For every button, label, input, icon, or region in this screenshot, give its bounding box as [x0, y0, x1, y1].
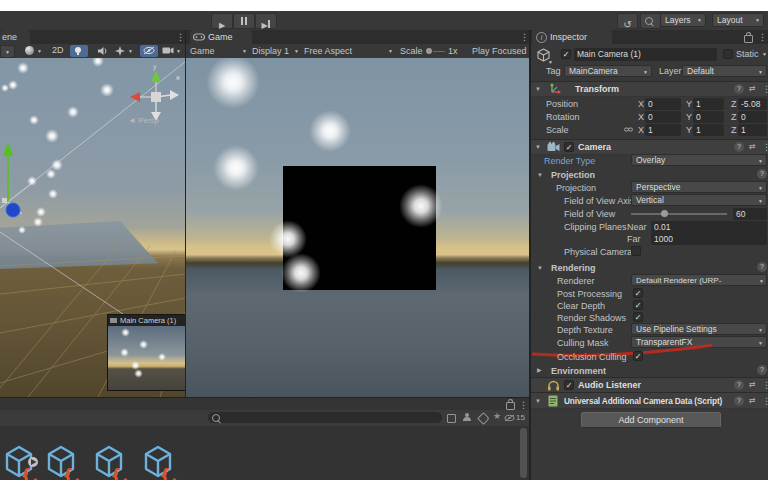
fov-slider-handle[interactable]: [661, 210, 668, 217]
search-by-label-icon[interactable]: [477, 412, 490, 425]
uacd-header[interactable]: ▼ Universal Additional Camera Data (Scri…: [531, 392, 768, 409]
display-dropdown[interactable]: Display 1: [252, 46, 289, 56]
search-window-icon[interactable]: [447, 414, 456, 423]
game-mode-dropdown[interactable]: Game: [190, 46, 215, 56]
foldout-icon[interactable]: ▼: [537, 265, 543, 271]
game-viewport[interactable]: [186, 58, 530, 397]
hidden-packages-eye-icon[interactable]: [504, 414, 515, 422]
audio-toggle-icon[interactable]: [97, 46, 109, 56]
post-processing-checkbox[interactable]: ✓: [633, 288, 643, 298]
foldout-icon[interactable]: ▼: [537, 172, 543, 178]
chevron-down-icon[interactable]: ▼: [242, 49, 247, 54]
occlusion-culling-checkbox[interactable]: ✓: [633, 351, 643, 361]
play-button[interactable]: ▶: [211, 13, 233, 29]
static-dropdown-caret[interactable]: ▼: [762, 52, 767, 57]
help-icon[interactable]: ?: [757, 262, 767, 272]
render-shadows-checkbox[interactable]: ✓: [633, 312, 643, 322]
scale-z-field[interactable]: 1: [738, 124, 767, 136]
project-content[interactable]: {..} {..} {..}: [0, 426, 530, 480]
physical-camera-checkbox[interactable]: [631, 246, 641, 256]
help-icon[interactable]: ?: [734, 380, 744, 390]
scene-camera-dropdown[interactable]: ▼: [162, 45, 184, 57]
chevron-down-icon[interactable]: ▼: [294, 49, 299, 54]
tab-inspector[interactable]: i Inspector: [532, 30, 612, 44]
add-component-button[interactable]: Add Component: [581, 412, 721, 428]
kebab-icon[interactable]: ⋮: [762, 381, 768, 390]
fov-value-field[interactable]: 60: [733, 208, 767, 220]
scale-x-field[interactable]: 1: [645, 124, 681, 136]
asset-icon-prefab-script[interactable]: {..}: [44, 442, 82, 480]
position-z-field[interactable]: -5.08: [738, 98, 767, 110]
renderer-dropdown[interactable]: Default Renderer (URP-HighFidelit ▼: [631, 274, 767, 286]
divider[interactable]: [185, 30, 186, 397]
toggle-2d-button[interactable]: 2D: [52, 45, 64, 55]
depth-texture-dropdown[interactable]: Use Pipeline Settings ▼: [631, 323, 767, 335]
layers-dropdown[interactable]: Layers ▼: [660, 13, 706, 27]
help-icon[interactable]: ?: [734, 142, 744, 152]
kebab-icon[interactable]: ⋮: [762, 397, 768, 406]
move-gizmo[interactable]: [0, 140, 30, 230]
inspector-kebab-icon[interactable]: ⋮: [758, 33, 766, 42]
transform-header[interactable]: ▼ Transform ? ⇄ ⋮: [531, 81, 768, 97]
help-icon[interactable]: ?: [757, 365, 767, 375]
project-scrollbar[interactable]: [520, 428, 527, 478]
asset-icon-prefab-script[interactable]: {..}: [141, 442, 179, 480]
scale-slider-handle[interactable]: [426, 48, 432, 54]
foldout-icon[interactable]: ▼: [535, 144, 541, 150]
project-lock-icon[interactable]: [506, 402, 515, 410]
preset-icon[interactable]: ⇄: [749, 397, 756, 405]
game-panel-kebab-icon[interactable]: ⋮: [520, 33, 528, 42]
scene-viewport[interactable]: y ◄ Persp Main Camera (1): [0, 58, 185, 397]
undo-history-button[interactable]: ↺: [617, 13, 638, 29]
foldout-icon[interactable]: ▼: [535, 86, 541, 92]
layer-dropdown[interactable]: Default ▼: [682, 65, 767, 77]
render-type-dropdown[interactable]: Overlay ▼: [631, 154, 767, 166]
save-search-star-icon[interactable]: ★: [493, 411, 501, 421]
help-icon[interactable]: ?: [757, 169, 767, 179]
preset-icon[interactable]: ⇄: [749, 143, 756, 151]
tag-dropdown[interactable]: MainCamera ▼: [564, 65, 652, 77]
far-field[interactable]: 1000: [651, 233, 767, 245]
rotation-z-field[interactable]: 0: [738, 111, 767, 123]
scale-slider-track[interactable]: [433, 51, 445, 53]
inspector-lock-icon[interactable]: [744, 35, 753, 43]
scale-y-field[interactable]: 1: [693, 124, 724, 136]
position-x-field[interactable]: 0: [645, 98, 681, 110]
static-checkbox[interactable]: [723, 49, 733, 59]
gameobject-name-field[interactable]: Main Camera (1): [574, 48, 717, 61]
preset-icon[interactable]: ⇄: [749, 381, 756, 389]
project-kebab-icon[interactable]: ⋮: [519, 401, 527, 410]
rotation-x-field[interactable]: 0: [645, 111, 681, 123]
audio-listener-checkbox[interactable]: ✓: [564, 380, 574, 390]
foldout-icon[interactable]: ▶: [537, 367, 542, 373]
tool-handle-dropdown[interactable]: ▼: [0, 45, 15, 58]
persp-label[interactable]: ◄ Persp: [128, 116, 159, 125]
help-icon[interactable]: ?: [734, 84, 744, 94]
clear-depth-checkbox[interactable]: ✓: [633, 300, 643, 310]
aspect-dropdown[interactable]: Free Aspect: [304, 46, 352, 56]
fov-slider-track[interactable]: [631, 213, 727, 215]
tab-scene[interactable]: ene: [0, 30, 30, 44]
projection-dropdown[interactable]: Perspective ▼: [631, 181, 767, 193]
foldout-icon[interactable]: ▼: [535, 398, 541, 404]
fov-axis-dropdown[interactable]: Vertical ▼: [631, 194, 767, 206]
shading-mode-dropdown[interactable]: ▼: [25, 46, 45, 56]
gameobject-active-checkbox[interactable]: ✓: [561, 49, 571, 59]
tab-game[interactable]: Game: [190, 30, 252, 44]
step-button[interactable]: ▶: [255, 13, 277, 29]
camera-header[interactable]: ▼ ✓ Camera ? ⇄ ⋮: [531, 139, 768, 155]
kebab-icon[interactable]: ⋮: [762, 143, 768, 152]
preset-icon[interactable]: ⇄: [749, 85, 756, 93]
play-focused-dropdown[interactable]: Play Focused: [472, 46, 527, 56]
asset-icon-prefab-script[interactable]: {..}: [92, 442, 130, 480]
audio-listener-header[interactable]: ✓ Audio Listener ? ⇄ ⋮: [531, 377, 768, 393]
lighting-toggle-button[interactable]: [70, 45, 88, 57]
camera-enabled-checkbox[interactable]: ✓: [564, 142, 574, 152]
kebab-icon[interactable]: ⋮: [762, 85, 768, 94]
position-y-field[interactable]: 1: [693, 98, 724, 110]
asset-icon-prefab-script[interactable]: {..}: [2, 442, 40, 480]
project-search-input[interactable]: [208, 412, 442, 423]
help-icon[interactable]: ?: [734, 396, 744, 406]
rotation-y-field[interactable]: 0: [693, 111, 724, 123]
scene-visibility-toggle[interactable]: [140, 45, 158, 57]
